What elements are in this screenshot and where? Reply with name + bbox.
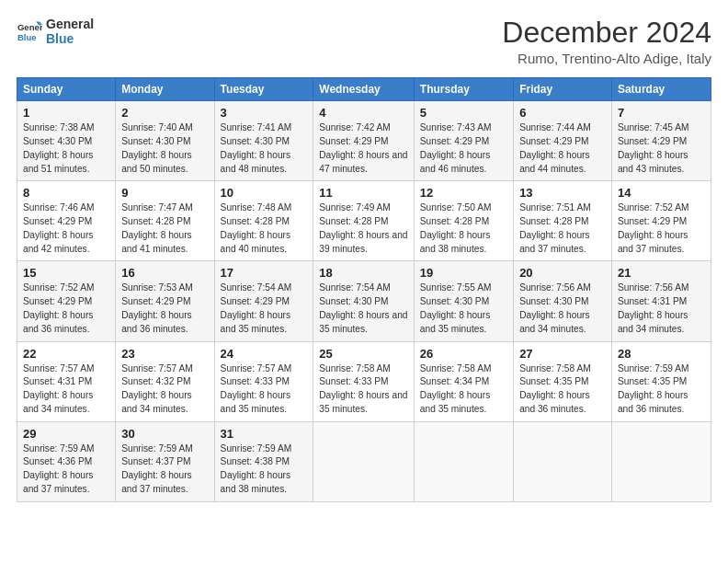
calendar-cell: 15Sunrise: 7:52 AMSunset: 4:29 PMDayligh… xyxy=(17,261,116,341)
day-detail: Sunrise: 7:57 AMSunset: 4:32 PMDaylight:… xyxy=(121,362,208,417)
day-number: 15 xyxy=(23,266,109,280)
day-number: 29 xyxy=(23,427,109,441)
week-row-2: 8Sunrise: 7:46 AMSunset: 4:29 PMDaylight… xyxy=(17,181,711,261)
day-number: 23 xyxy=(121,347,208,361)
day-number: 3 xyxy=(221,106,308,120)
calendar-cell: 10Sunrise: 7:48 AMSunset: 4:28 PMDayligh… xyxy=(214,181,313,261)
day-detail: Sunrise: 7:43 AMSunset: 4:29 PMDaylight:… xyxy=(420,121,507,176)
col-header-thursday: Thursday xyxy=(414,78,513,101)
day-number: 26 xyxy=(420,347,507,361)
calendar-cell: 13Sunrise: 7:51 AMSunset: 4:28 PMDayligh… xyxy=(514,181,612,261)
calendar-cell: 8Sunrise: 7:46 AMSunset: 4:29 PMDaylight… xyxy=(17,181,116,261)
calendar-cell: 7Sunrise: 7:45 AMSunset: 4:29 PMDaylight… xyxy=(611,101,711,181)
day-detail: Sunrise: 7:59 AMSunset: 4:38 PMDaylight:… xyxy=(221,442,308,497)
title-block: December 2024 Rumo, Trentino-Alto Adige,… xyxy=(502,17,711,66)
calendar-cell: 9Sunrise: 7:47 AMSunset: 4:28 PMDaylight… xyxy=(116,181,214,261)
day-number: 8 xyxy=(23,186,109,200)
day-detail: Sunrise: 7:54 AMSunset: 4:30 PMDaylight:… xyxy=(319,282,408,336)
calendar-cell: 14Sunrise: 7:52 AMSunset: 4:29 PMDayligh… xyxy=(611,181,711,261)
col-header-saturday: Saturday xyxy=(611,78,711,101)
calendar-table: SundayMondayTuesdayWednesdayThursdayFrid… xyxy=(17,77,711,502)
day-detail: Sunrise: 7:57 AMSunset: 4:33 PMDaylight:… xyxy=(221,362,308,417)
day-number: 1 xyxy=(23,106,109,120)
calendar-cell: 11Sunrise: 7:49 AMSunset: 4:28 PMDayligh… xyxy=(313,181,415,261)
logo: General Blue GeneralBlue xyxy=(17,17,94,46)
day-number: 17 xyxy=(221,266,308,280)
day-number: 12 xyxy=(420,186,507,200)
month-title: December 2024 xyxy=(502,17,711,49)
day-number: 25 xyxy=(319,347,408,361)
calendar-cell: 1Sunrise: 7:38 AMSunset: 4:30 PMDaylight… xyxy=(17,101,116,181)
week-row-5: 29Sunrise: 7:59 AMSunset: 4:36 PMDayligh… xyxy=(17,421,711,501)
calendar-cell: 28Sunrise: 7:59 AMSunset: 4:35 PMDayligh… xyxy=(611,341,711,421)
header: General Blue GeneralBlue December 2024 R… xyxy=(17,17,711,66)
calendar-cell: 4Sunrise: 7:42 AMSunset: 4:29 PMDaylight… xyxy=(313,101,415,181)
day-number: 11 xyxy=(319,186,408,200)
day-number: 13 xyxy=(519,186,606,200)
day-detail: Sunrise: 7:52 AMSunset: 4:29 PMDaylight:… xyxy=(23,282,109,336)
day-detail: Sunrise: 7:49 AMSunset: 4:28 PMDaylight:… xyxy=(319,201,408,256)
logo-icon: General Blue xyxy=(17,18,42,44)
calendar-cell: 12Sunrise: 7:50 AMSunset: 4:28 PMDayligh… xyxy=(414,181,513,261)
week-row-1: 1Sunrise: 7:38 AMSunset: 4:30 PMDaylight… xyxy=(17,101,711,181)
day-number: 9 xyxy=(121,186,208,200)
col-header-sunday: Sunday xyxy=(17,78,116,101)
calendar-cell xyxy=(611,421,711,501)
day-number: 10 xyxy=(221,186,308,200)
day-detail: Sunrise: 7:38 AMSunset: 4:30 PMDaylight:… xyxy=(23,121,109,176)
calendar-cell: 24Sunrise: 7:57 AMSunset: 4:33 PMDayligh… xyxy=(214,341,313,421)
day-detail: Sunrise: 7:54 AMSunset: 4:29 PMDaylight:… xyxy=(221,282,308,336)
day-detail: Sunrise: 7:42 AMSunset: 4:29 PMDaylight:… xyxy=(319,121,408,176)
svg-text:Blue: Blue xyxy=(17,32,37,42)
calendar-cell: 5Sunrise: 7:43 AMSunset: 4:29 PMDaylight… xyxy=(414,101,513,181)
col-header-friday: Friday xyxy=(514,78,612,101)
calendar-cell: 2Sunrise: 7:40 AMSunset: 4:30 PMDaylight… xyxy=(116,101,214,181)
day-detail: Sunrise: 7:46 AMSunset: 4:29 PMDaylight:… xyxy=(23,201,109,256)
location: Rumo, Trentino-Alto Adige, Italy xyxy=(502,51,711,66)
day-number: 31 xyxy=(221,427,308,441)
day-detail: Sunrise: 7:59 AMSunset: 4:35 PMDaylight:… xyxy=(618,362,705,417)
calendar-cell: 17Sunrise: 7:54 AMSunset: 4:29 PMDayligh… xyxy=(214,261,313,341)
calendar-cell: 6Sunrise: 7:44 AMSunset: 4:29 PMDaylight… xyxy=(514,101,612,181)
calendar-cell: 31Sunrise: 7:59 AMSunset: 4:38 PMDayligh… xyxy=(214,421,313,501)
day-number: 22 xyxy=(23,347,109,361)
calendar-cell: 25Sunrise: 7:58 AMSunset: 4:33 PMDayligh… xyxy=(313,341,415,421)
day-detail: Sunrise: 7:58 AMSunset: 4:33 PMDaylight:… xyxy=(319,362,408,417)
calendar-cell: 26Sunrise: 7:58 AMSunset: 4:34 PMDayligh… xyxy=(414,341,513,421)
calendar-cell: 21Sunrise: 7:56 AMSunset: 4:31 PMDayligh… xyxy=(611,261,711,341)
week-row-4: 22Sunrise: 7:57 AMSunset: 4:31 PMDayligh… xyxy=(17,341,711,421)
day-number: 20 xyxy=(519,266,606,280)
logo-text: GeneralBlue xyxy=(46,17,94,46)
calendar-cell: 30Sunrise: 7:59 AMSunset: 4:37 PMDayligh… xyxy=(116,421,214,501)
day-number: 7 xyxy=(618,106,705,120)
calendar-cell: 23Sunrise: 7:57 AMSunset: 4:32 PMDayligh… xyxy=(116,341,214,421)
calendar-cell: 18Sunrise: 7:54 AMSunset: 4:30 PMDayligh… xyxy=(313,261,415,341)
day-detail: Sunrise: 7:59 AMSunset: 4:36 PMDaylight:… xyxy=(23,442,109,497)
calendar-cell xyxy=(313,421,415,501)
calendar-cell: 22Sunrise: 7:57 AMSunset: 4:31 PMDayligh… xyxy=(17,341,116,421)
calendar-cell xyxy=(414,421,513,501)
calendar-cell: 20Sunrise: 7:56 AMSunset: 4:30 PMDayligh… xyxy=(514,261,612,341)
day-detail: Sunrise: 7:41 AMSunset: 4:30 PMDaylight:… xyxy=(221,121,308,176)
day-number: 14 xyxy=(618,186,705,200)
day-detail: Sunrise: 7:56 AMSunset: 4:30 PMDaylight:… xyxy=(519,282,606,336)
day-number: 16 xyxy=(121,266,208,280)
col-header-tuesday: Tuesday xyxy=(214,78,313,101)
day-detail: Sunrise: 7:51 AMSunset: 4:28 PMDaylight:… xyxy=(519,201,606,256)
day-number: 21 xyxy=(618,266,705,280)
page: General Blue GeneralBlue December 2024 R… xyxy=(0,0,728,563)
day-detail: Sunrise: 7:58 AMSunset: 4:34 PMDaylight:… xyxy=(420,362,507,417)
col-header-wednesday: Wednesday xyxy=(313,78,415,101)
day-number: 6 xyxy=(519,106,606,120)
week-row-3: 15Sunrise: 7:52 AMSunset: 4:29 PMDayligh… xyxy=(17,261,711,341)
day-detail: Sunrise: 7:58 AMSunset: 4:35 PMDaylight:… xyxy=(519,362,606,417)
calendar-cell: 19Sunrise: 7:55 AMSunset: 4:30 PMDayligh… xyxy=(414,261,513,341)
day-detail: Sunrise: 7:47 AMSunset: 4:28 PMDaylight:… xyxy=(121,201,208,256)
day-number: 2 xyxy=(121,106,208,120)
day-number: 28 xyxy=(618,347,705,361)
calendar-cell xyxy=(514,421,612,501)
day-number: 5 xyxy=(420,106,507,120)
day-number: 24 xyxy=(221,347,308,361)
calendar-cell: 29Sunrise: 7:59 AMSunset: 4:36 PMDayligh… xyxy=(17,421,116,501)
calendar-cell: 16Sunrise: 7:53 AMSunset: 4:29 PMDayligh… xyxy=(116,261,214,341)
